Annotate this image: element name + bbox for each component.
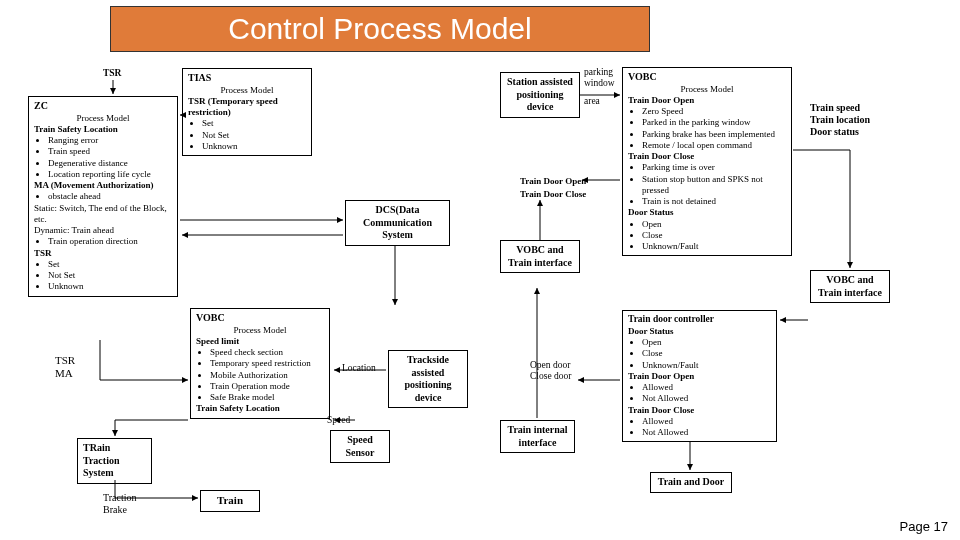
page-number: Page 17 (900, 519, 948, 534)
label-train-door-open: Train Door Open (520, 176, 586, 187)
label-train-outputs: Train speed Train location Door status (810, 102, 870, 138)
box-vobc-left: VOBC Process Model Speed limit Speed che… (190, 308, 330, 419)
box-trackside: Trackside assisted positioning device (388, 350, 468, 408)
label-parking-area: area (584, 96, 600, 107)
box-tias: TIAS Process Model TSR (Temporary speed … (182, 68, 312, 156)
box-speed-sensor: Speed Sensor (330, 430, 390, 463)
label-tsr-ma: TSR MA (55, 354, 75, 380)
box-station-assist: Station assisted positioning device (500, 72, 580, 118)
box-dcs: DCS(Data Communication System (345, 200, 450, 246)
box-zc: ZC Process Model Train Safety Location R… (28, 96, 178, 297)
box-train-and-door: Train and Door (650, 472, 732, 493)
box-traction-system: TRain Traction System (77, 438, 152, 484)
box-vobc-right: VOBC Process Model Train Door Open Zero … (622, 67, 792, 256)
label-open-close-door: Open door Close door (530, 360, 571, 383)
box-vobc-train-iface-right: VOBC and Train interface (810, 270, 890, 303)
label-traction-brake: Traction Brake (103, 492, 137, 516)
box-train: Train (200, 490, 260, 512)
page-title: Control Process Model (110, 6, 650, 52)
label-train-door-close: Train Door Close (520, 189, 586, 200)
label-location: Location (342, 363, 376, 374)
box-vobc-train-iface-mid: VOBC and Train interface (500, 240, 580, 273)
box-train-internal: Train internal interface (500, 420, 575, 453)
label-parking-window: parking window (584, 67, 615, 90)
label-speed: Speed (327, 415, 350, 426)
label-tsr: TSR (103, 68, 121, 79)
box-door-controller: Train door controller Door Status Open C… (622, 310, 777, 442)
